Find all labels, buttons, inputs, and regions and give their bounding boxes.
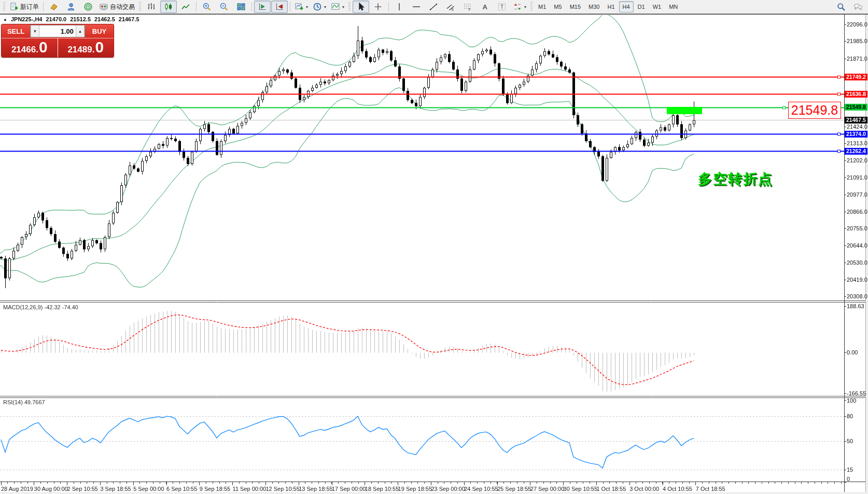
line-chart-button[interactable] (177, 1, 194, 13)
fibonacci-icon: F (463, 2, 472, 11)
date-label: 3 Sep 18:55 (100, 486, 131, 492)
indicators-button[interactable]: ▾ (292, 1, 310, 13)
market-watch-button[interactable] (63, 1, 79, 13)
price-line-tag: 21374.0 (845, 131, 867, 138)
auto-trading-button[interactable]: 自动交易 (97, 1, 137, 13)
line-chart-icon (181, 2, 190, 11)
chat-button[interactable] (850, 1, 866, 13)
channel-button[interactable]: E (442, 1, 459, 13)
timeframe-m1-button[interactable]: M1 (535, 1, 550, 12)
crosshair-icon (373, 2, 383, 11)
arrows-icon (513, 2, 522, 11)
toolbar-grip[interactable] (348, 2, 351, 11)
timeframe-mn-button[interactable]: MN (665, 1, 681, 12)
vertical-line-button[interactable] (391, 1, 408, 13)
chart-canvas[interactable] (0, 0, 868, 494)
price-tick-label: 20866.0 (847, 209, 867, 215)
bar-chart-button[interactable] (143, 1, 160, 13)
ohlc-low: 21462.5 (94, 16, 115, 22)
buy-price[interactable]: 21489. 0 (58, 38, 114, 57)
chart-profile-button[interactable] (46, 1, 62, 13)
volume-increase-button[interactable]: ▲ (76, 25, 85, 37)
ohlc-open: 21470.0 (46, 16, 66, 22)
zoom-out-button[interactable] (216, 1, 232, 13)
timeframe-d1-button[interactable]: D1 (634, 1, 649, 12)
timeframe-m15-button[interactable]: M15 (566, 1, 584, 12)
price-tick-label: 21313.0 (847, 140, 867, 146)
cursor-button[interactable] (353, 1, 369, 13)
date-label: 2 Sep 10:55 (67, 486, 98, 492)
chart-annotation[interactable]: 多空转折点 (698, 170, 773, 188)
price-line-tag: 21549.8 (845, 104, 867, 111)
cursor-icon (356, 2, 366, 11)
date-label: 27 Sep 00:00 (530, 486, 564, 492)
volume-input[interactable] (39, 25, 76, 37)
price-tick-label: 21985.0 (847, 38, 867, 44)
chevron-down-icon: ▾ (306, 5, 308, 9)
buy-button[interactable]: BUY (85, 24, 114, 38)
date-label: 28 Aug 2019 (1, 486, 33, 492)
autotrade-icon (99, 2, 108, 11)
profile-icon (66, 2, 76, 11)
fibonacci-button[interactable]: F (459, 1, 476, 13)
tile-windows-button[interactable] (233, 1, 249, 13)
price-tick-label: 20755.0 (847, 225, 867, 231)
date-label: 30 Aug 00:00 (34, 486, 68, 492)
trendline-button[interactable] (425, 1, 442, 13)
date-label: 9 Sep 18:55 (200, 486, 230, 492)
crosshair-button[interactable] (370, 1, 386, 13)
timeframe-m30-button[interactable]: M30 (585, 1, 603, 12)
price-tick-label: 20530.0 (847, 259, 867, 266)
search-button[interactable] (833, 1, 849, 13)
auto-scroll-button[interactable] (254, 1, 271, 13)
volume-decrease-button[interactable]: ▼ (31, 25, 39, 37)
toolbar-grip[interactable] (139, 2, 141, 11)
zoom-in-button[interactable] (199, 1, 215, 13)
horizontal-line-icon (412, 2, 421, 11)
tile-windows-icon (236, 2, 246, 11)
chevron-down-icon: ▾ (524, 5, 526, 9)
date-label: 6 Sep 10:55 (166, 486, 197, 492)
price-tick-label: 21091.0 (847, 174, 867, 181)
sell-price[interactable]: 21466. 0 (2, 38, 58, 57)
price-line-tag: 21749.2 (845, 74, 867, 80)
date-label: 23 Sep 00:00 (431, 486, 465, 492)
templates-button[interactable]: ▾ (329, 1, 346, 13)
timeframe-m5-button[interactable]: M5 (550, 1, 565, 12)
timeframe-h1-button[interactable]: H1 (604, 1, 618, 12)
date-label: 18 Sep 10:55 (365, 486, 399, 492)
toolbar-grip[interactable] (3, 2, 5, 11)
sell-button[interactable]: SELL (2, 24, 30, 38)
label-button[interactable]: T (494, 1, 510, 13)
text-button[interactable]: A (477, 1, 493, 13)
timeframe-h4-button[interactable]: H4 (619, 1, 634, 12)
radar-icon (83, 2, 93, 11)
new-order-button[interactable]: 新订单 (7, 1, 41, 13)
horizontal-line-button[interactable] (408, 1, 425, 13)
rsi-tick-label: 50 (847, 438, 853, 444)
new-order-icon (9, 2, 19, 11)
date-label: 4 Oct 10:55 (663, 486, 692, 492)
timeframe-w1-button[interactable]: W1 (649, 1, 665, 12)
candlestick-button[interactable] (160, 1, 177, 13)
date-label: 3 Oct 00:00 (629, 486, 659, 492)
date-label: 11 Sep 00:00 (233, 486, 267, 492)
price-line-tag: 21262.4 (845, 148, 867, 155)
periods-button[interactable]: ▾ (311, 1, 328, 13)
text-a-icon: A (480, 2, 489, 11)
navigator-button[interactable] (80, 1, 96, 13)
symbol-info: ▲ JPN225-,H4 21470.0 21512.5 21462.5 214… (3, 16, 139, 22)
price-line-tag: 21636.8 (845, 91, 867, 98)
zoom-in-icon (202, 2, 212, 11)
symbol-name: JPN225-,H4 (11, 16, 43, 22)
price-tick-label: 21871.0 (847, 56, 867, 62)
arrows-button[interactable]: ▾ (511, 1, 528, 13)
price-axis[interactable] (844, 15, 866, 492)
macd-tick-label: 0.00 (847, 349, 858, 355)
toolbar-grip[interactable] (530, 2, 533, 11)
price-callout[interactable]: 21549.8 (788, 102, 841, 119)
macd-tick-label: -166.55 (847, 390, 866, 396)
chart-shift-button[interactable] (271, 1, 288, 13)
rsi-tick-label: 15 (847, 466, 853, 473)
chevron-up-icon[interactable]: ▲ (3, 17, 7, 22)
